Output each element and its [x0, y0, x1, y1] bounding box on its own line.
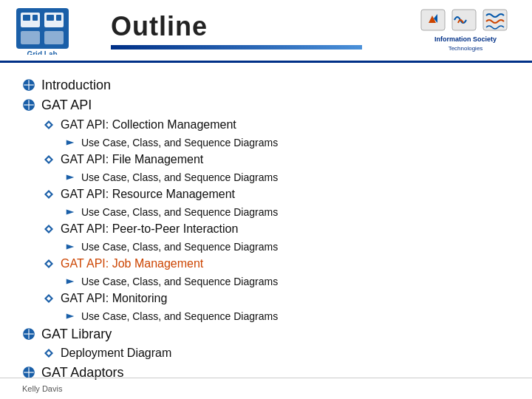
- list-item: GAT API: Job Management: [43, 256, 510, 272]
- slide-header: Grid.Lab Outline: [0, 0, 532, 63]
- title-area: Outline: [103, 11, 414, 50]
- footer-divider: [0, 378, 532, 378]
- gridlab-logo: Grid.Lab: [15, 7, 70, 55]
- list-item: Use Case, Class, and Sequence Diagrams: [65, 240, 510, 253]
- svg-marker-35: [66, 279, 75, 284]
- list-item: Deployment Diagram: [43, 346, 510, 361]
- bullet-text: Use Case, Class, and Sequence Diagrams: [81, 310, 278, 323]
- list-item: Use Case, Class, and Sequence Diagrams: [65, 171, 510, 184]
- bullet-text: GAT API: Peer-to-Peer Interaction: [61, 222, 238, 237]
- footer-label: Kelly Davis: [22, 384, 62, 393]
- svg-marker-26: [66, 174, 75, 180]
- bullet-text: GAT API: [41, 97, 92, 114]
- header-bar: [111, 45, 362, 50]
- bullet-text: GAT Library: [41, 326, 112, 343]
- list-item: GAT Adaptors: [22, 364, 510, 381]
- list-item: GAT API: File Management: [43, 152, 510, 168]
- svg-rect-11: [452, 10, 476, 30]
- bullet-text: GAT Adaptors: [41, 364, 123, 381]
- bullet-text: GAT API: Job Management: [61, 256, 203, 272]
- bullet-text: GAT API: File Management: [61, 152, 203, 168]
- bullet-text: Use Case, Class, and Sequence Diagrams: [81, 205, 278, 219]
- svg-marker-29: [66, 209, 75, 214]
- bullet-text: Use Case, Class, and Sequence Diagrams: [81, 275, 278, 288]
- ist-logo: Information Society Technologies: [417, 8, 514, 52]
- list-item: Introduction: [22, 77, 510, 94]
- bullet-text: GAT API: Resource Management: [61, 187, 235, 202]
- list-item: GAT API: Peer-to-Peer Interaction: [43, 222, 510, 237]
- svg-marker-38: [66, 313, 75, 318]
- slide: Grid.Lab Outline: [0, 0, 532, 399]
- footer-text: Kelly Davis: [22, 384, 62, 393]
- bullet-text: Use Case, Class, and Sequence Diagrams: [81, 240, 278, 253]
- ist-logo-area: Information Society Technologies: [414, 8, 517, 52]
- list-item: Use Case, Class, and Sequence Diagrams: [65, 136, 510, 149]
- list-item: GAT API: Resource Management: [43, 187, 510, 202]
- list-item: Use Case, Class, and Sequence Diagrams: [65, 205, 510, 219]
- gridlab-logo-area: Grid.Lab: [15, 7, 103, 55]
- svg-rect-4: [44, 31, 64, 44]
- svg-rect-8: [56, 15, 61, 21]
- svg-text:Information Society: Information Society: [434, 35, 497, 43]
- svg-marker-23: [66, 140, 75, 145]
- svg-rect-6: [33, 15, 38, 21]
- bullet-text: Deployment Diagram: [61, 346, 171, 361]
- svg-rect-3: [21, 31, 40, 44]
- list-item: GAT API: Collection Management: [43, 117, 510, 133]
- list-item: Use Case, Class, and Sequence Diagrams: [65, 310, 510, 323]
- bullet-text: Use Case, Class, and Sequence Diagrams: [81, 171, 278, 184]
- svg-text:Technologies: Technologies: [449, 45, 483, 52]
- slide-title: Outline: [111, 11, 414, 42]
- list-item: GAT Library: [22, 326, 510, 343]
- svg-text:Grid.Lab: Grid.Lab: [27, 50, 57, 55]
- svg-marker-32: [66, 244, 75, 249]
- svg-rect-5: [23, 15, 30, 21]
- list-item: GAT API: Monitoring: [43, 291, 510, 307]
- slide-content: IntroductionGAT APIGAT API: Collection M…: [0, 63, 532, 391]
- list-item: GAT API: [22, 97, 510, 114]
- svg-rect-7: [47, 15, 54, 21]
- bullet-text: GAT API: Monitoring: [61, 291, 167, 307]
- bullet-text: Use Case, Class, and Sequence Diagrams: [81, 136, 278, 149]
- list-item: Use Case, Class, and Sequence Diagrams: [65, 275, 510, 288]
- bullet-text: GAT API: Collection Management: [61, 117, 236, 133]
- bullet-text: Introduction: [41, 77, 111, 94]
